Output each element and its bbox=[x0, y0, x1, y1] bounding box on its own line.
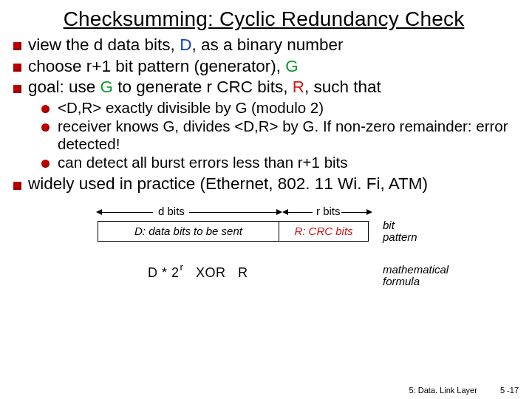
slide-title: Checksumming: Cyclic Redundancy Check bbox=[9, 7, 519, 31]
label-math-formula: mathematical formula bbox=[383, 264, 464, 287]
text: choose r+1 bit pattern (generator), bbox=[28, 57, 285, 75]
text: XOR R bbox=[183, 265, 248, 280]
letter-g: G bbox=[285, 57, 299, 75]
bullet-list: view the d data bits, D, as a binary num… bbox=[9, 35, 519, 98]
text: pattern bbox=[383, 231, 417, 243]
footer-page: 5 -17 bbox=[500, 386, 519, 395]
arrowhead-icon bbox=[366, 209, 372, 215]
arrow-line bbox=[287, 212, 313, 213]
bullet-widely: widely used in practice (Ethernet, 802. … bbox=[12, 174, 516, 194]
arrow-line bbox=[189, 212, 276, 213]
letter-r: R bbox=[293, 78, 304, 96]
letter-d: D bbox=[180, 35, 191, 54]
box-crc-bits: R: CRC bits bbox=[279, 221, 369, 242]
label-d-bits: d bits bbox=[158, 205, 185, 217]
sub-bullet-list: <D,R> exactly divisible by G (modulo 2) … bbox=[9, 99, 519, 172]
letter-g: G bbox=[100, 78, 114, 96]
footer-chapter: 5: Data. Link Layer bbox=[409, 386, 477, 395]
text: goal: use bbox=[28, 78, 100, 96]
crc-formula: D * 2r XOR R bbox=[148, 265, 248, 281]
sub-receiver: receiver knows G, divides <D,R> by G. If… bbox=[41, 117, 519, 153]
bullet-goal: goal: use G to generate r CRC bits, R, s… bbox=[12, 78, 516, 98]
text: to generate r CRC bits, bbox=[113, 78, 293, 96]
text: bit bbox=[383, 219, 395, 231]
bullet-list-2: widely used in practice (Ethernet, 802. … bbox=[9, 174, 519, 194]
text: , such that bbox=[304, 78, 381, 96]
text: view the d data bits, bbox=[28, 35, 180, 54]
text: D * 2 bbox=[148, 265, 180, 280]
text: , as a binary number bbox=[191, 35, 343, 54]
text: mathematical bbox=[383, 263, 449, 276]
crc-diagram: d bits r bits D: data bits to be sent R:… bbox=[90, 199, 437, 302]
sub-burst: can detect all burst errors less than r+… bbox=[41, 154, 519, 171]
box-data-bits: D: data bits to be sent bbox=[98, 221, 279, 242]
exp-r: r bbox=[180, 262, 184, 273]
label-r-bits: r bits bbox=[316, 205, 341, 217]
text: formula bbox=[383, 275, 420, 287]
bullet-view: view the d data bits, D, as a binary num… bbox=[12, 35, 516, 55]
arrow-line bbox=[341, 212, 366, 213]
arrow-line bbox=[101, 212, 153, 213]
bullet-choose: choose r+1 bit pattern (generator), G bbox=[12, 57, 516, 77]
label-bit-pattern: bit pattern bbox=[383, 219, 442, 243]
bit-boxes: D: data bits to be sent R: CRC bits bbox=[98, 221, 369, 242]
arrowhead-icon bbox=[276, 209, 282, 215]
slide: Checksumming: Cyclic Redundancy Check vi… bbox=[0, 0, 532, 399]
slide-footer: 5: Data. Link Layer 5 -17 bbox=[409, 386, 519, 395]
sub-divisible: <D,R> exactly divisible by G (modulo 2) bbox=[41, 99, 519, 117]
